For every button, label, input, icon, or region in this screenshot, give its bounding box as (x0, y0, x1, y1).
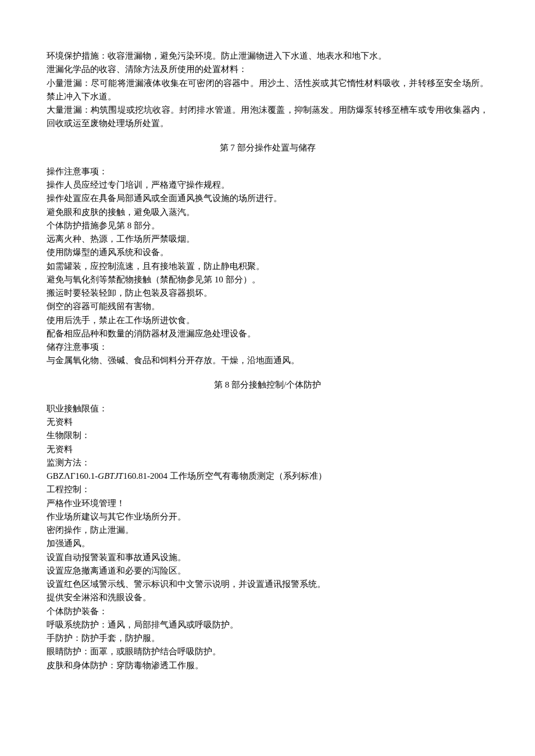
section-8-line: 无资料 (47, 415, 488, 429)
section-8-line: 作业场所建议与其它作业场所分开。 (47, 510, 488, 524)
section-8-line: 呼吸系统防护：通风，局部排气通风或呼吸防护。 (47, 618, 488, 632)
intro-block: 环境保护措施：收容泄漏物，避免污染环境。防止泄漏物进入下水道、地表水和地下水。 … (47, 49, 488, 131)
section-8-line: 无资料 (47, 443, 488, 456)
intro-p4: 大量泄漏：构筑围堤或挖坑收容。封闭排水管道。用泡沫覆盖，抑制蒸发。用防爆泵转移至… (47, 103, 488, 131)
section-8-line: 职业接触限值： (47, 402, 488, 415)
section-8-body: 职业接触限值： 无资料 生物限制： 无资料 监测方法： GBZΛΓ160.1-G… (47, 402, 488, 672)
gbz-suffix: 160.81-2004 工作场所空气有毒物质测定（系列标准） (123, 471, 327, 481)
section-7-line: 配备相应品种和数量的消防器材及泄漏应急处理设备。 (47, 327, 488, 341)
section-7-line: 搬运时要轻装轻卸，防止包装及容器损坏。 (47, 286, 488, 300)
section-7-line: 倒空的容器可能残留有害物。 (47, 300, 488, 313)
section-8-line: 设置自动报警装置和事故通风设施。 (47, 551, 488, 564)
section-8-line: 眼睛防护：面罩，或眼睛防护结合呼吸防护。 (47, 645, 488, 658)
section-8-line: 工程控制： (47, 483, 488, 496)
section-8-line: 严格作业环境管理！ (47, 497, 488, 510)
intro-p2: 泄漏化学品的收容、清除方法及所使用的处置材料： (47, 63, 488, 76)
section-7-body: 操作注意事项： 操作人员应经过专门培训，严格遵守操作规程。 操作处置应在具备局部… (47, 165, 488, 368)
section-8-line: 监测方法： (47, 456, 488, 470)
section-8-line: 个体防护装备： (47, 605, 488, 618)
section-7-line: 储存注意事项： (47, 341, 488, 354)
section-8-title-suffix: 部分接触控制/个体防护 (229, 380, 321, 389)
gbz-prefix: GBZΛΓ160.1- (47, 471, 98, 481)
section-8-line: 皮肤和身体防护：穿防毒物渗透工作服。 (47, 659, 488, 672)
section-8-line: 加强通风。 (47, 537, 488, 550)
section-8-line: 密闭操作，防止泄漏。 (47, 524, 488, 537)
section-8-title: 第 8 部分接触控制/个体防护 (47, 378, 488, 392)
section-7-line: 个体防护措施参见第 8 部分。 (47, 219, 488, 232)
intro-p1: 环境保护措施：收容泄漏物，避免污染环境。防止泄漏物进入下水道、地表水和地下水。 (47, 49, 488, 63)
section-8-title-prefix: 第 (214, 380, 225, 389)
section-7-line: 使用防爆型的通风系统和设备。 (47, 246, 488, 259)
section-7-line: 操作处置应在具备局部通风或全面通风换气设施的场所进行。 (47, 192, 488, 205)
section-8-line: 提供安全淋浴和洗眼设备。 (47, 591, 488, 604)
section-8-line: 设置红色区域警示线、警示标识和中文警示说明，并设置通讯报警系统。 (47, 578, 488, 591)
section-8-line: 手防护：防护手套，防护服。 (47, 632, 488, 645)
section-8-line: 设置应急撤离通道和必要的泻险区。 (47, 564, 488, 578)
section-7-line: 使用后洗手，禁止在工作场所进饮食。 (47, 314, 488, 327)
section-7-line: 操作注意事项： (47, 165, 488, 178)
section-8-line: 生物限制： (47, 429, 488, 442)
intro-p3: 小量泄漏：尽可能将泄漏液体收集在可密闭的容器中。用沙土、活性炭或其它惰性材料吸收… (47, 77, 488, 104)
section-7-line: 与金属氧化物、强碱、食品和饲料分开存放。干燥，沿地面通风。 (47, 354, 488, 367)
section-8-gbz-line: GBZΛΓ160.1-GBTJT160.81-2004 工作场所空气有毒物质测定… (47, 470, 488, 483)
gbz-italic: GBTJT (98, 471, 123, 481)
section-7-title-prefix: 第 (220, 143, 231, 152)
section-7-line: 如需罐装，应控制流速，且有接地装置，防止静电积聚。 (47, 260, 488, 273)
section-7-line: 操作人员应经过专门培训，严格遵守操作规程。 (47, 178, 488, 192)
section-7-title-num: 7 (230, 143, 235, 152)
section-7-line: 避免眼和皮肤的接触，避免吸入蒸汽。 (47, 206, 488, 219)
section-7-title-suffix: 部分操作处置与储存 (235, 143, 316, 152)
section-7-line: 远离火种、热源，工作场所严禁吸烟。 (47, 232, 488, 246)
section-7-line: 避免与氧化剂等禁配物接触（禁配物参见第 10 部分）。 (47, 273, 488, 286)
section-7-title: 第 7 部分操作处置与储存 (47, 141, 488, 155)
